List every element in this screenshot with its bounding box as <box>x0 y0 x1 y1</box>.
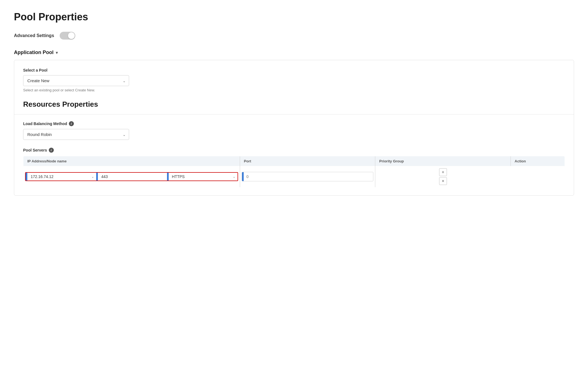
select-pool-label: Select a Pool <box>23 68 565 72</box>
port-content <box>98 173 167 181</box>
pool-servers-table: IP Address/Node name Port Priority Group… <box>23 156 565 187</box>
ip-content: 172.16.74.12 ⌄ <box>27 173 96 181</box>
td-action: + ✕ <box>375 166 511 187</box>
advanced-settings-label: Advanced Settings <box>14 33 54 38</box>
ip-select-container: 172.16.74.12 ⌄ <box>28 173 95 181</box>
col-header-port: Port <box>240 156 375 166</box>
add-row-button[interactable]: + <box>439 168 447 176</box>
td-ip: 172.16.74.12 ⌄ <box>23 166 240 187</box>
page-title: Pool Properties <box>14 11 574 23</box>
port-input[interactable] <box>99 173 116 181</box>
application-pool-chevron: ▾ <box>56 50 58 55</box>
col-header-action: Action <box>510 156 565 166</box>
application-pool-section-header[interactable]: Application Pool ▾ <box>14 50 574 55</box>
pool-servers-table-body: 172.16.74.12 ⌄ <box>23 166 565 187</box>
load-balancing-label: Load Balancing Method i <box>23 121 565 126</box>
priority-input[interactable] <box>244 172 373 181</box>
pool-servers-table-header: IP Address/Node name Port Priority Group… <box>23 156 565 166</box>
col-header-ip: IP Address/Node name <box>23 156 240 166</box>
select-pool-field: Select a Pool Create New Pool 1 Pool 2 ⌄… <box>23 68 565 92</box>
protocol-content: HTTPS HTTP TCP ⌄ <box>169 173 238 181</box>
load-balancing-info-icon[interactable]: i <box>69 121 74 126</box>
ip-address-dropdown[interactable]: 172.16.74.12 <box>28 173 95 181</box>
table-row: 172.16.74.12 ⌄ <box>23 166 565 187</box>
application-pool-card: Select a Pool Create New Pool 1 Pool 2 ⌄… <box>14 60 574 196</box>
resources-properties-title: Resources Properties <box>23 100 565 109</box>
pool-servers-info-icon[interactable]: i <box>49 148 54 153</box>
action-buttons-group: + ✕ <box>379 168 507 185</box>
protocol-dropdown[interactable]: HTTPS HTTP TCP <box>170 173 236 181</box>
select-pool-dropdown[interactable]: Create New Pool 1 Pool 2 <box>23 75 129 86</box>
load-balancing-dropdown[interactable]: Round Robin Least Connections IP Hash <box>23 129 129 140</box>
advanced-settings-toggle[interactable] <box>60 32 75 40</box>
load-balancing-wrapper: Round Robin Least Connections IP Hash ⌄ <box>23 129 129 140</box>
pool-servers-label: Pool Servers i <box>23 148 565 153</box>
select-pool-wrapper: Create New Pool 1 Pool 2 ⌄ <box>23 75 129 86</box>
remove-row-button[interactable]: ✕ <box>439 177 447 185</box>
advanced-settings-row: Advanced Settings <box>14 32 574 40</box>
td-priority <box>240 166 375 187</box>
col-header-priority: Priority Group <box>375 156 511 166</box>
application-pool-label: Application Pool <box>14 50 54 55</box>
protocol-select-container: HTTPS HTTP TCP ⌄ <box>170 173 236 181</box>
pool-servers-section: Pool Servers i IP Address/Node name Port… <box>23 148 565 187</box>
select-pool-hint: Select an existing pool or select Create… <box>23 88 565 92</box>
divider <box>14 114 574 114</box>
load-balancing-field: Load Balancing Method i Round Robin Leas… <box>23 121 565 140</box>
